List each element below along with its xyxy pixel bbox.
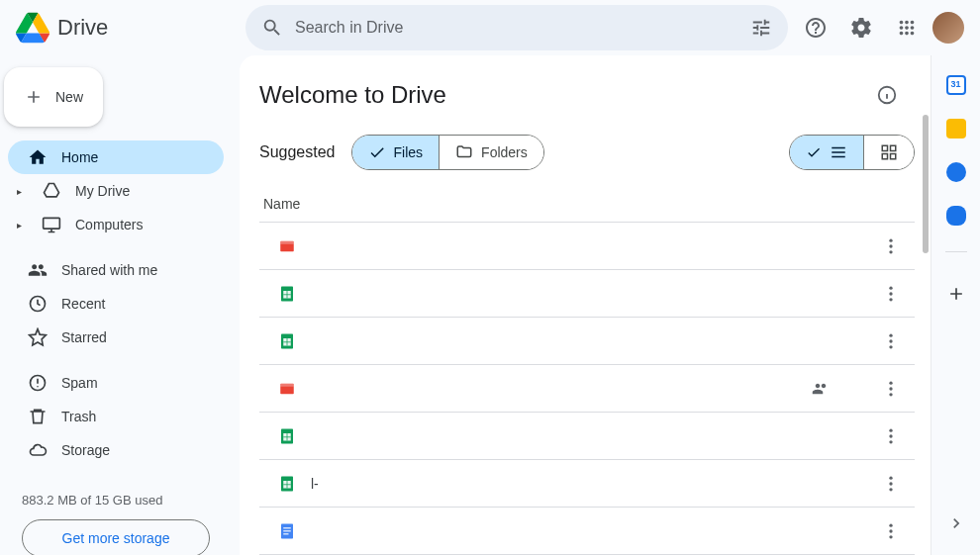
svg-rect-48 <box>283 530 291 531</box>
svg-point-19 <box>889 298 892 301</box>
search-options-icon[interactable] <box>750 17 772 39</box>
chevron-right-icon <box>946 513 966 533</box>
sidebar: New Home ▸ My Drive ▸ Computers Shared w… <box>0 55 240 555</box>
nav-storage[interactable]: Storage <box>8 433 224 467</box>
nav-shared[interactable]: Shared with me <box>8 253 224 287</box>
more-vert-icon <box>881 284 901 304</box>
plus-icon <box>946 284 966 304</box>
new-label: New <box>55 89 83 105</box>
svg-point-29 <box>889 381 892 384</box>
more-vert-icon <box>881 426 901 446</box>
chevron-right-icon[interactable]: ▸ <box>10 220 28 231</box>
column-header-name[interactable]: Name <box>259 186 915 223</box>
svg-rect-9 <box>280 240 294 243</box>
help-icon <box>804 16 828 40</box>
more-vert-icon <box>881 474 901 494</box>
chevron-right-icon[interactable]: ▸ <box>10 186 28 197</box>
nav-my-drive[interactable]: ▸ My Drive <box>8 174 224 208</box>
file-row[interactable] <box>259 365 915 413</box>
more-actions-button[interactable] <box>871 322 911 361</box>
list-icon <box>830 143 847 161</box>
suggested-label: Suggested <box>259 143 336 161</box>
svg-point-12 <box>889 250 892 253</box>
keep-app[interactable] <box>946 119 966 139</box>
svg-point-26 <box>889 345 892 348</box>
more-actions-button[interactable] <box>871 227 911 266</box>
trash-icon <box>28 407 48 426</box>
more-actions-button[interactable] <box>871 416 911 456</box>
app-name: Drive <box>57 15 108 41</box>
svg-point-18 <box>889 292 892 295</box>
tasks-app[interactable] <box>946 162 966 182</box>
scrollbar[interactable] <box>923 115 929 253</box>
file-type-icon <box>263 427 311 445</box>
file-type-icon <box>263 380 311 398</box>
right-rail: 31 <box>931 55 980 555</box>
more-vert-icon <box>881 236 901 256</box>
more-vert-icon <box>881 331 901 351</box>
file-row[interactable] <box>259 270 915 318</box>
nav-home[interactable]: Home <box>8 140 224 174</box>
more-actions-button[interactable] <box>871 274 911 314</box>
drive-icon <box>42 181 61 201</box>
shared-icon <box>28 260 48 280</box>
svg-point-36 <box>889 428 892 431</box>
svg-point-51 <box>889 529 892 532</box>
file-row[interactable]: l- <box>259 460 915 508</box>
info-icon <box>876 84 898 106</box>
info-button[interactable] <box>867 75 907 115</box>
apps-button[interactable] <box>887 8 927 47</box>
files-tab[interactable]: Files <box>352 136 440 169</box>
page-title: Welcome to Drive <box>259 81 446 109</box>
nav-computers[interactable]: ▸ Computers <box>8 208 224 241</box>
file-type-icon <box>263 522 311 540</box>
svg-point-24 <box>889 333 892 336</box>
file-row[interactable] <box>259 413 915 460</box>
logo-area[interactable]: Drive <box>12 11 238 45</box>
svg-point-30 <box>889 387 892 390</box>
shared-indicator <box>812 380 871 398</box>
search-icon <box>261 17 283 39</box>
svg-point-44 <box>889 482 892 485</box>
help-button[interactable] <box>796 8 835 47</box>
nav-starred[interactable]: Starred <box>8 321 224 354</box>
file-row[interactable] <box>259 318 915 365</box>
account-avatar[interactable] <box>932 12 964 44</box>
more-actions-button[interactable] <box>871 464 911 504</box>
svg-rect-28 <box>280 383 294 386</box>
calendar-app[interactable]: 31 <box>946 75 966 95</box>
list-view-button[interactable] <box>790 136 863 169</box>
more-actions-button[interactable] <box>871 369 911 409</box>
files-folders-toggle: Files Folders <box>351 135 544 170</box>
nav-spam[interactable]: Spam <box>8 366 224 400</box>
folders-tab[interactable]: Folders <box>439 136 543 169</box>
check-icon <box>806 144 822 160</box>
nav-recent[interactable]: Recent <box>8 287 224 321</box>
collapse-rail-button[interactable] <box>936 504 976 543</box>
more-vert-icon <box>881 379 901 399</box>
file-row[interactable] <box>259 223 915 270</box>
svg-point-25 <box>889 339 892 342</box>
file-type-icon <box>263 475 311 493</box>
svg-point-37 <box>889 434 892 437</box>
search-bar[interactable] <box>245 5 788 50</box>
nav-trash[interactable]: Trash <box>8 400 224 433</box>
star-icon <box>28 327 48 347</box>
svg-point-52 <box>889 535 892 538</box>
get-storage-button[interactable]: Get more storage <box>22 519 210 555</box>
settings-button[interactable] <box>841 8 881 47</box>
check-icon <box>368 143 386 161</box>
file-type-icon <box>263 332 311 350</box>
more-actions-button[interactable] <box>871 511 911 551</box>
grid-icon <box>880 143 898 161</box>
new-button[interactable]: New <box>4 67 103 127</box>
contacts-app[interactable] <box>946 206 966 226</box>
drive-logo-icon <box>16 11 49 45</box>
file-row[interactable] <box>259 508 915 555</box>
grid-view-button[interactable] <box>863 136 914 169</box>
svg-rect-47 <box>283 527 291 528</box>
search-input[interactable] <box>295 19 738 37</box>
add-apps-button[interactable] <box>940 278 972 310</box>
computers-icon <box>42 215 61 234</box>
svg-point-10 <box>889 238 892 241</box>
